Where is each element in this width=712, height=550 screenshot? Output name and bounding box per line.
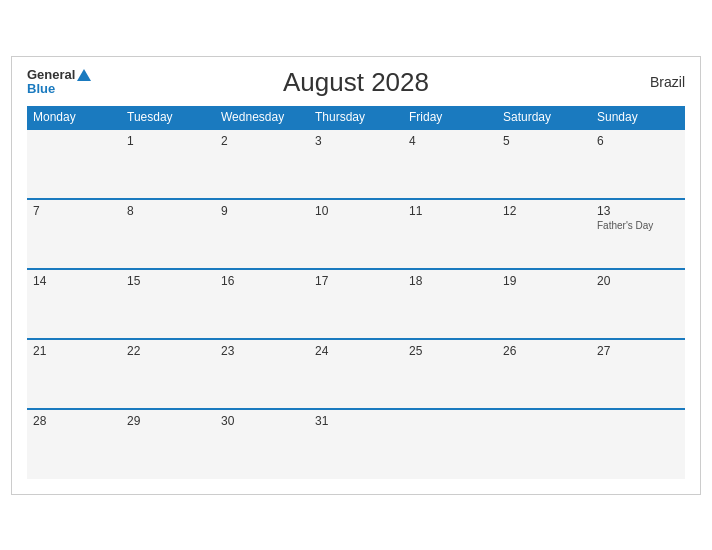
- calendar-day-cell: 14: [27, 269, 121, 339]
- weekday-wednesday: Wednesday: [215, 106, 309, 129]
- calendar-day-cell: 9: [215, 199, 309, 269]
- calendar-header: General Blue August 2028 Brazil: [27, 67, 685, 98]
- day-number: 13: [597, 204, 679, 218]
- day-number: 4: [409, 134, 491, 148]
- day-number: 18: [409, 274, 491, 288]
- day-number: 20: [597, 274, 679, 288]
- calendar-day-cell: 15: [121, 269, 215, 339]
- calendar-week-row: 14151617181920: [27, 269, 685, 339]
- calendar-day-cell: 11: [403, 199, 497, 269]
- calendar-day-cell: 5: [497, 129, 591, 199]
- calendar-day-cell: 4: [403, 129, 497, 199]
- day-number: 1: [127, 134, 209, 148]
- day-number: 25: [409, 344, 491, 358]
- calendar-day-cell: 13Father's Day: [591, 199, 685, 269]
- calendar-day-cell: 16: [215, 269, 309, 339]
- day-number: 26: [503, 344, 585, 358]
- day-number: 11: [409, 204, 491, 218]
- calendar-day-cell: 31: [309, 409, 403, 479]
- weekday-monday: Monday: [27, 106, 121, 129]
- weekday-tuesday: Tuesday: [121, 106, 215, 129]
- calendar-day-cell: 30: [215, 409, 309, 479]
- calendar-day-cell: 23: [215, 339, 309, 409]
- calendar-day-cell: 19: [497, 269, 591, 339]
- day-number: 14: [33, 274, 115, 288]
- day-number: 29: [127, 414, 209, 428]
- day-number: 30: [221, 414, 303, 428]
- calendar-day-cell: 17: [309, 269, 403, 339]
- calendar-day-cell: 24: [309, 339, 403, 409]
- day-number: 28: [33, 414, 115, 428]
- logo-general-text: General: [27, 68, 75, 82]
- day-number: 7: [33, 204, 115, 218]
- day-number: 16: [221, 274, 303, 288]
- calendar-day-cell: [27, 129, 121, 199]
- day-number: 3: [315, 134, 397, 148]
- calendar-title: August 2028: [283, 67, 429, 98]
- calendar-day-cell: 10: [309, 199, 403, 269]
- weekday-friday: Friday: [403, 106, 497, 129]
- day-number: 21: [33, 344, 115, 358]
- logo: General Blue: [27, 68, 91, 97]
- calendar-week-row: 78910111213Father's Day: [27, 199, 685, 269]
- calendar-day-cell: 21: [27, 339, 121, 409]
- calendar-day-cell: [591, 409, 685, 479]
- calendar-day-cell: 25: [403, 339, 497, 409]
- calendar-week-row: 123456: [27, 129, 685, 199]
- calendar-day-cell: [497, 409, 591, 479]
- calendar-day-cell: 26: [497, 339, 591, 409]
- calendar-week-row: 21222324252627: [27, 339, 685, 409]
- day-number: 10: [315, 204, 397, 218]
- weekday-thursday: Thursday: [309, 106, 403, 129]
- calendar-week-row: 28293031: [27, 409, 685, 479]
- calendar-day-cell: 20: [591, 269, 685, 339]
- day-number: 6: [597, 134, 679, 148]
- calendar-day-cell: [403, 409, 497, 479]
- day-number: 5: [503, 134, 585, 148]
- calendar-day-cell: 1: [121, 129, 215, 199]
- day-number: 8: [127, 204, 209, 218]
- calendar-thead: Monday Tuesday Wednesday Thursday Friday…: [27, 106, 685, 129]
- calendar-day-cell: 18: [403, 269, 497, 339]
- day-number: 31: [315, 414, 397, 428]
- weekday-saturday: Saturday: [497, 106, 591, 129]
- calendar-grid: Monday Tuesday Wednesday Thursday Friday…: [27, 106, 685, 479]
- calendar-day-cell: 27: [591, 339, 685, 409]
- weekday-sunday: Sunday: [591, 106, 685, 129]
- day-number: 9: [221, 204, 303, 218]
- day-number: 23: [221, 344, 303, 358]
- day-number: 24: [315, 344, 397, 358]
- day-number: 19: [503, 274, 585, 288]
- calendar-day-cell: 12: [497, 199, 591, 269]
- calendar-day-cell: 7: [27, 199, 121, 269]
- day-number: 17: [315, 274, 397, 288]
- day-number: 15: [127, 274, 209, 288]
- calendar-day-cell: 6: [591, 129, 685, 199]
- day-number: 27: [597, 344, 679, 358]
- weekday-header-row: Monday Tuesday Wednesday Thursday Friday…: [27, 106, 685, 129]
- day-number: 12: [503, 204, 585, 218]
- logo-triangle-icon: [77, 69, 91, 81]
- calendar-day-cell: 22: [121, 339, 215, 409]
- country-label: Brazil: [650, 74, 685, 90]
- logo-blue-text: Blue: [27, 82, 55, 96]
- calendar-container: General Blue August 2028 Brazil Monday T…: [11, 56, 701, 495]
- calendar-day-cell: 3: [309, 129, 403, 199]
- calendar-day-cell: 8: [121, 199, 215, 269]
- calendar-body: 12345678910111213Father's Day14151617181…: [27, 129, 685, 479]
- event-label: Father's Day: [597, 220, 679, 231]
- calendar-day-cell: 28: [27, 409, 121, 479]
- day-number: 22: [127, 344, 209, 358]
- calendar-day-cell: 2: [215, 129, 309, 199]
- day-number: 2: [221, 134, 303, 148]
- calendar-day-cell: 29: [121, 409, 215, 479]
